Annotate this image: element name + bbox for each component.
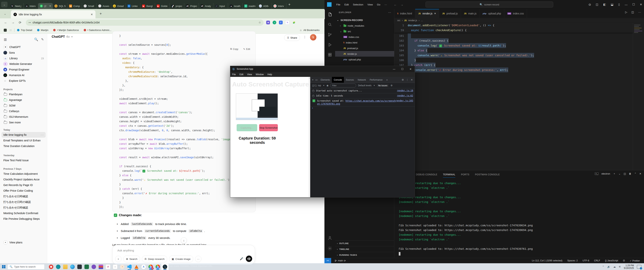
terminal-dropdown-icon[interactable]: ⌄ [618, 172, 620, 175]
menu-item[interactable]: File [334, 3, 342, 6]
onedrive-icon[interactable]: ☁ [613, 265, 616, 268]
console-filter-input[interactable]: Filter [330, 84, 356, 87]
explorer-icon[interactable] [324, 10, 335, 19]
chat-history-item[interactable]: Email Templates and UI Enhan [2, 138, 46, 143]
maximize-icon[interactable]: ☐ [632, 3, 635, 6]
new-chat-icon[interactable]: ✎ [41, 38, 44, 41]
device-toolbar-icon[interactable]: ▭ [315, 78, 318, 81]
app-scrollbar[interactable] [308, 77, 310, 197]
source-control-icon[interactable] [324, 30, 335, 39]
extension-icon[interactable]: ❋ [266, 21, 270, 24]
browser-tab[interactable]: ◯ Asses [96, 3, 111, 9]
sidebar-project-item[interactable]: Cellaxys [2, 108, 46, 114]
forward-icon[interactable]: → [12, 21, 14, 24]
search-chip[interactable]: ⊕Search [123, 255, 140, 262]
split-editor-icon[interactable]: ◫ [632, 11, 634, 14]
browser-tab[interactable]: v0 Projec [184, 3, 199, 9]
edit-code-button[interactable]: ✎Edit [243, 48, 250, 50]
browser-tab[interactable]: ◎ Ostad [111, 3, 126, 9]
explorer-file-row[interactable]: ⌄ src [335, 29, 394, 34]
bookmark-item[interactable]: • Salesforce Admini... [84, 29, 112, 32]
no-issues-button[interactable]: No Issues [377, 84, 389, 87]
encoding-item[interactable]: UTF-8 [582, 259, 589, 262]
chat-history-item[interactable]: Time Calculation Adjustment [2, 171, 46, 177]
browser-tab[interactable]: in Linke [126, 3, 140, 9]
taskbar-app-icon[interactable]: ≡ [112, 263, 119, 270]
taskbar-search[interactable]: 🔍 Type here to search [8, 264, 44, 269]
menu-item[interactable]: Selection [351, 3, 366, 6]
prettier-item[interactable]: ✓ Prettier [630, 259, 640, 262]
taskbar-app-icon[interactable]: ◔ [119, 263, 126, 270]
sidebar-nav-item[interactable]: ∞ Humanize AI [2, 72, 46, 78]
browser-tab[interactable]: ▲ localh [228, 3, 242, 9]
panel-tab[interactable]: PORTS [461, 171, 469, 178]
volume-icon[interactable]: 🔊 [607, 265, 610, 268]
taskbar-app-icon[interactable] [83, 263, 90, 270]
more-tabs-icon[interactable]: » [386, 78, 388, 81]
editor-tab[interactable]: css index.css [504, 9, 527, 18]
bookmark-item[interactable]: Martjin [37, 29, 48, 32]
close-panel-icon[interactable]: ✕ [639, 172, 642, 175]
chat-history-item[interactable]: Time Duration Calculation [2, 143, 46, 149]
browser-tab[interactable]: ▞ projec [170, 3, 184, 9]
panel-tab[interactable]: POSTMAN CONSOLE [475, 171, 500, 178]
tab-close-icon[interactable]: ✕ [434, 12, 436, 15]
devtools-tab[interactable]: Console [332, 77, 344, 83]
share-button[interactable]: ↥ Share [284, 35, 300, 41]
start-button[interactable] [0, 263, 8, 270]
panel-tab[interactable]: TERMINAL [443, 171, 455, 178]
browser-tab[interactable]: M Interv [272, 3, 286, 9]
new-terminal-icon[interactable]: ＋ [613, 172, 616, 175]
more-actions-icon[interactable]: ··· [638, 11, 641, 14]
attach-button[interactable]: + [115, 256, 122, 262]
navigate-back-icon[interactable]: ← [394, 3, 397, 6]
extensions-puzzle-icon[interactable]: 🧩 [292, 21, 296, 24]
close-icon[interactable]: ✕ [406, 68, 415, 70]
eol-item[interactable]: CRLF [594, 259, 600, 262]
close-icon[interactable]: ✕ [640, 3, 642, 6]
side-panel-icon[interactable] [4, 29, 7, 32]
taskbar-app-icon[interactable] [154, 263, 161, 270]
language-mode-item[interactable]: {} JavaScript [605, 259, 618, 262]
panel-tab[interactable]: DEBUG CONSOLE [416, 171, 437, 178]
avatar[interactable]: S [310, 34, 316, 41]
browser-tab[interactable]: v0 Analy [199, 3, 214, 9]
sync-icon[interactable]: ⟳ [344, 259, 346, 262]
extension-icon[interactable]: ✎ [285, 21, 290, 25]
chat-history-item[interactable]: Clockify Project Updates Acce [2, 177, 46, 182]
sidebar-nav-item[interactable]: ∷ Explore GPTs [2, 78, 46, 84]
explorer-more-icon[interactable]: ··· [388, 11, 391, 14]
browser-tab[interactable]: N Next.j [9, 3, 24, 9]
editor-tab[interactable]: php upload.php [480, 9, 504, 18]
microphone-icon[interactable]: 🎤 [240, 257, 244, 261]
run-file-icon[interactable]: ▷ [625, 11, 627, 14]
scroll-to-bottom-button[interactable]: ↓ [181, 237, 187, 243]
explorer-file-row[interactable]: JS preload.js [335, 45, 394, 51]
tab-search-chevron-icon[interactable]: ⌄ [2, 11, 8, 17]
cursor-position-item[interactable]: Ln 112, Col 1 (3295 selected) [532, 259, 562, 262]
sidebar-project-item[interactable]: ISIJ-Momentum [2, 114, 46, 120]
sidebar-toggle-icon[interactable]: ▥ [4, 38, 7, 41]
app-menu-item[interactable]: Window [254, 73, 266, 76]
composer[interactable]: Ask anything + ⊕Search ✇Deep research ▣C… [112, 245, 255, 264]
voice-mode-button[interactable] [246, 255, 252, 262]
clock[interactable]: 1:29 PM 5/19/2025 [624, 264, 634, 269]
sidebar-project-item[interactable]: Agvantage [2, 97, 46, 103]
bookmark-item[interactable]: • Martjin Salesforce [53, 29, 79, 32]
back-icon[interactable]: ← [4, 21, 7, 24]
copilot-status-icon[interactable]: ʘ [623, 259, 625, 262]
split-terminal-icon[interactable]: ◫ [624, 172, 626, 175]
timeline-section[interactable]: ›TIMELINE [335, 246, 394, 252]
taskbar-app-icon[interactable]: S [147, 263, 154, 270]
taskbar-app-icon[interactable] [161, 263, 168, 270]
taskbar-app-icon[interactable] [133, 263, 140, 270]
network-icon[interactable]: ⚟ [619, 265, 621, 268]
kill-terminal-icon[interactable]: 🗑 [629, 172, 631, 175]
toggle-bottompanel-icon[interactable]: ⬓ [611, 3, 614, 6]
maximize-panel-icon[interactable]: ⌃ [634, 172, 636, 175]
editor-tab[interactable]: JS main.js [461, 9, 480, 18]
source-location-link[interactable]: render.js:62 [397, 94, 413, 97]
bookmark-item[interactable]: Trip Detail [17, 29, 32, 32]
browser-tab[interactable]: ADB ADB- [257, 3, 272, 9]
browser-tab[interactable]: # readm [242, 3, 257, 9]
